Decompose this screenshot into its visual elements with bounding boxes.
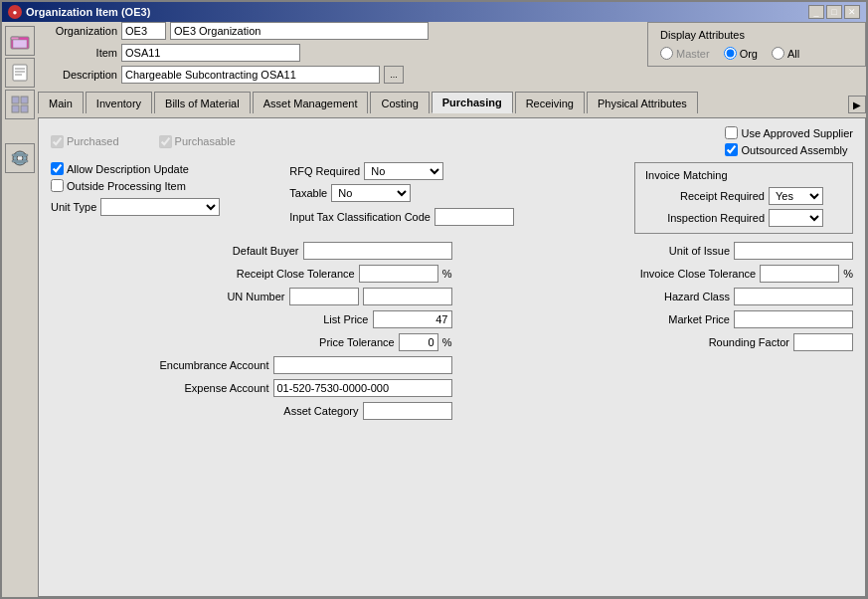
minimize-button[interactable]: _ (808, 5, 824, 19)
svg-rect-9 (12, 105, 19, 112)
svg-rect-7 (12, 97, 19, 103)
radio-org[interactable] (724, 47, 737, 60)
market-price-row: Market Price (452, 310, 854, 328)
encumbrance-input[interactable] (273, 356, 452, 374)
market-price-label: Market Price (591, 313, 730, 325)
radio-all-label[interactable]: All (772, 47, 799, 60)
org-code-input[interactable] (121, 22, 166, 40)
receipt-required-label: Receipt Required (645, 190, 765, 202)
receipt-required-select[interactable]: Yes No (769, 187, 823, 205)
middle-dropdowns: RFQ Required No Yes Taxable No Yes (260, 162, 514, 234)
use-approved-label[interactable]: Use Approved Supplier (725, 126, 853, 139)
radio-all[interactable] (772, 47, 784, 60)
tab-main[interactable]: Main (38, 92, 84, 113)
receipt-pct-suffix: % (442, 268, 452, 280)
price-tolerance-label: Price Tolerance (246, 336, 395, 348)
hazard-class-input[interactable] (734, 288, 853, 305)
rounding-factor-input[interactable] (793, 333, 853, 351)
bottom-data-section: Default Buyer Receipt Close Tolerance % … (51, 242, 853, 420)
invoice-close-tol-input[interactable] (760, 265, 839, 283)
radio-master[interactable] (660, 47, 673, 60)
document-icon-btn[interactable] (5, 58, 35, 88)
desc-input[interactable] (121, 66, 380, 84)
desc-label: Description (38, 69, 117, 81)
use-approved-checkbox[interactable] (725, 126, 738, 139)
outsourced-label[interactable]: Outsourced Assembly (725, 143, 847, 156)
desc-ellipsis-button[interactable]: ... (384, 66, 404, 84)
receipt-close-tol-input[interactable] (359, 265, 438, 283)
input-tax-input[interactable] (434, 208, 514, 226)
purchasable-checkbox[interactable] (159, 135, 172, 148)
tab-asset[interactable]: Asset Management (253, 92, 369, 113)
inspection-required-select[interactable]: Yes No (769, 209, 823, 227)
tab-costing[interactable]: Costing (370, 92, 429, 113)
price-tolerance-row: Price Tolerance % (51, 333, 452, 351)
outsourced-checkbox[interactable] (725, 143, 738, 156)
radio-master-text: Master (676, 48, 710, 60)
purchased-checkbox[interactable] (51, 135, 64, 148)
outside-processing-label[interactable]: Outside Processing Item (51, 179, 220, 192)
display-attrs-title: Display Attributes (660, 29, 853, 41)
price-tolerance-input[interactable] (399, 333, 438, 351)
svg-rect-8 (21, 97, 28, 103)
input-tax-label: Input Tax Classification Code (289, 211, 431, 223)
purchasable-checkbox-label[interactable]: Purchasable (159, 126, 236, 156)
svg-rect-13 (12, 154, 28, 156)
radio-org-label[interactable]: Org (724, 47, 758, 60)
rfq-label: RFQ Required (289, 165, 360, 177)
folder-icon-btn[interactable] (5, 26, 35, 56)
rfq-select[interactable]: No Yes (364, 162, 443, 180)
hazard-class-label: Hazard Class (591, 291, 730, 302)
allow-desc-checkbox[interactable] (51, 162, 64, 175)
tab-scroll-right[interactable]: ▶ (848, 96, 866, 113)
tab-bom[interactable]: Bills of Material (154, 92, 251, 113)
org-row: Organization (38, 22, 637, 40)
svg-rect-2 (13, 40, 27, 48)
un-number-label: UN Number (136, 291, 285, 302)
maximize-button[interactable]: □ (826, 5, 842, 19)
list-price-input[interactable] (373, 310, 452, 328)
unit-type-row: Unit Type (51, 198, 220, 216)
svg-rect-1 (11, 37, 19, 40)
unit-of-issue-input[interactable] (734, 242, 853, 260)
allow-desc-text: Allow Description Update (67, 163, 189, 175)
tab-purchasing[interactable]: Purchasing (432, 92, 513, 113)
outside-processing-checkbox[interactable] (51, 179, 64, 192)
purchased-checkbox-label[interactable]: Purchased (51, 126, 119, 156)
purchasing-tab-content: Purchased Purchasable Use Approved Suppl… (38, 117, 866, 597)
unit-of-issue-row: Unit of Issue (452, 242, 854, 260)
org-name-input[interactable] (170, 22, 429, 40)
taxable-select[interactable]: No Yes (331, 184, 411, 202)
org-label: Organization (38, 25, 117, 37)
radio-master-label[interactable]: Master (660, 47, 710, 60)
rfq-row: RFQ Required No Yes (289, 162, 514, 180)
tab-receiving[interactable]: Receiving (515, 92, 585, 113)
rounding-factor-label: Rounding Factor (650, 336, 789, 348)
bottom-left-col: Default Buyer Receipt Close Tolerance % … (51, 242, 452, 420)
market-price-input[interactable] (734, 310, 853, 328)
asset-category-row: Asset Category (51, 402, 452, 420)
left-toolbar (2, 22, 38, 597)
close-button[interactable]: ✕ (844, 5, 860, 19)
expense-input[interactable] (273, 379, 452, 397)
list-price-label: List Price (220, 313, 369, 325)
allow-desc-label[interactable]: Allow Description Update (51, 162, 220, 175)
un-number-input1[interactable] (289, 288, 359, 305)
purchased-label: Purchased (67, 135, 119, 147)
invoice-matching-title: Invoice Matching (645, 169, 842, 181)
main-window: ● Organization Item (OE3) _ □ ✕ (0, 0, 868, 599)
asset-category-input[interactable] (363, 402, 452, 420)
tab-inventory[interactable]: Inventory (86, 92, 152, 113)
un-number-input2[interactable] (363, 288, 452, 305)
receipt-close-tol-row: Receipt Close Tolerance % (51, 265, 452, 283)
unit-type-select[interactable] (100, 198, 220, 216)
settings-icon-btn[interactable] (5, 143, 35, 173)
default-buyer-input[interactable] (303, 242, 452, 260)
unit-type-label: Unit Type (51, 201, 96, 213)
bottom-right-col: Unit of Issue Invoice Close Tolerance % … (452, 242, 854, 420)
tab-bar: Main Inventory Bills of Material Asset M… (38, 92, 866, 113)
rounding-factor-row: Rounding Factor (452, 333, 854, 351)
item-input[interactable] (121, 44, 300, 62)
tab-physical[interactable]: Physical Attributes (587, 92, 698, 113)
grid-icon-btn[interactable] (5, 90, 35, 119)
